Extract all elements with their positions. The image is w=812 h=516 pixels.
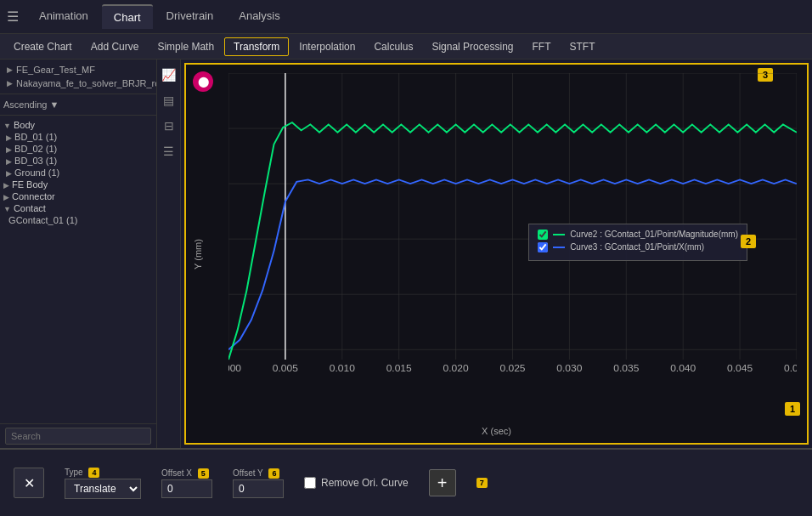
top-bar: ☰ Animation Chart Drivetrain Analysis bbox=[0, 0, 812, 34]
toolbar-add-curve[interactable]: Add Curve bbox=[82, 38, 148, 55]
legend-row-2: Curve3 : GContact_01/Point/X(mm) bbox=[538, 242, 738, 252]
remove-curve-group: Remove Ori. Curve bbox=[304, 477, 409, 489]
tree-bd02[interactable]: ▶BD_02 (1) bbox=[3, 143, 153, 155]
tab-chart[interactable]: Chart bbox=[102, 4, 153, 29]
filter-icon[interactable]: ⊟ bbox=[162, 117, 176, 134]
svg-text:0.015: 0.015 bbox=[386, 364, 412, 373]
legend-checkbox-2[interactable] bbox=[538, 242, 548, 252]
offset-x-input[interactable] bbox=[161, 479, 212, 498]
chart-icon[interactable]: 📈 bbox=[160, 66, 178, 83]
toolbar: Create Chart Add Curve Simple Math Trans… bbox=[0, 34, 812, 60]
tab-drivetrain[interactable]: Drivetrain bbox=[155, 4, 226, 29]
offset-y-label: Offset Y 6 bbox=[233, 468, 284, 478]
tab-analysis[interactable]: Analysis bbox=[227, 4, 291, 29]
chart-container: ⬤ 3 Y (mm) bbox=[184, 63, 809, 445]
hamburger-icon[interactable]: ☰ bbox=[7, 9, 19, 25]
tree-febody[interactable]: ▶FE Body bbox=[3, 179, 153, 190]
type-select[interactable]: Translate bbox=[65, 479, 141, 499]
svg-text:0.025: 0.025 bbox=[499, 364, 525, 373]
save-chart-button[interactable]: ⬤ bbox=[193, 71, 213, 92]
search-input[interactable] bbox=[5, 428, 151, 445]
badge-7: 7 bbox=[476, 478, 488, 488]
tree-ground[interactable]: ▶Ground (1) bbox=[3, 167, 153, 179]
tree-area: ▼Body ▶BD_01 (1) ▶BD_02 (1) ▶BD_03 (1) ▶… bbox=[0, 116, 156, 423]
main-area: ▶ FE_Gear_Test_MF ▶ Nakayama_fe_to_solve… bbox=[0, 60, 812, 448]
badge-1: 1 bbox=[785, 402, 800, 416]
svg-text:0.030: 0.030 bbox=[556, 364, 582, 373]
svg-text:0.040: 0.040 bbox=[670, 364, 696, 373]
remove-ori-checkbox[interactable] bbox=[304, 477, 316, 489]
toolbar-transform[interactable]: Transform bbox=[224, 37, 289, 56]
add-button[interactable]: + bbox=[429, 469, 456, 496]
svg-text:0.000: 0.000 bbox=[228, 364, 241, 373]
tree-contact[interactable]: ▼Contact bbox=[3, 202, 153, 214]
tree-bd03[interactable]: ▶BD_03 (1) bbox=[3, 155, 153, 167]
offset-y-field-group: Offset Y 6 bbox=[233, 468, 284, 498]
offset-x-label: Offset X 5 bbox=[161, 468, 212, 478]
legend-color-1 bbox=[553, 234, 565, 235]
badge-5: 5 bbox=[198, 468, 209, 479]
table-icon[interactable]: ▤ bbox=[161, 92, 176, 109]
badge-6: 6 bbox=[268, 468, 279, 479]
bottom-panel: 8 ✕ Type 4 Translate Offset X 5 Offset Y… bbox=[0, 448, 812, 516]
offset-x-field-group: Offset X 5 bbox=[161, 468, 212, 498]
badge-4: 4 bbox=[88, 468, 99, 478]
tree-bd01[interactable]: ▶BD_01 (1) bbox=[3, 131, 153, 143]
sidebar: ▶ FE_Gear_Test_MF ▶ Nakayama_fe_to_solve… bbox=[0, 60, 157, 448]
sidebar-controls: Ascending ▼ bbox=[0, 94, 156, 116]
tree-connector[interactable]: ▶Connector bbox=[3, 190, 153, 202]
badge-2: 2 bbox=[741, 235, 756, 248]
toolbar-stft[interactable]: STFT bbox=[561, 38, 603, 55]
sidebar-icon-col: 📈 ▤ ⊟ ☰ bbox=[157, 60, 181, 448]
toolbar-signal-processing[interactable]: Signal Processing bbox=[423, 38, 522, 55]
sidebar-files: ▶ FE_Gear_Test_MF ▶ Nakayama_fe_to_solve… bbox=[0, 60, 156, 94]
type-field-group: Type 4 Translate bbox=[65, 468, 141, 499]
toolbar-simple-math[interactable]: Simple Math bbox=[149, 38, 223, 55]
toolbar-calculus[interactable]: Calculus bbox=[365, 38, 421, 55]
svg-text:0.020: 0.020 bbox=[443, 364, 469, 373]
legend-label-1: Curve2 : GContact_01/Point/Magnitude(mm) bbox=[570, 230, 738, 239]
svg-text:0.010: 0.010 bbox=[330, 364, 355, 373]
tree-body[interactable]: ▼Body bbox=[3, 119, 153, 131]
close-button[interactable]: ✕ bbox=[14, 468, 44, 498]
sidebar-file-1[interactable]: ▶ FE_Gear_Test_MF bbox=[5, 63, 151, 77]
svg-text:0.045: 0.045 bbox=[727, 364, 753, 373]
chart-legend: Curve2 : GContact_01/Point/Magnitude(mm)… bbox=[528, 224, 747, 261]
list-icon[interactable]: ☰ bbox=[161, 143, 176, 160]
top-tabs: Animation Chart Drivetrain Analysis bbox=[27, 4, 292, 29]
svg-text:0.005: 0.005 bbox=[273, 364, 298, 373]
toolbar-interpolation[interactable]: Interpolation bbox=[290, 38, 364, 55]
x-axis-label: X (sec) bbox=[482, 426, 511, 436]
y-axis-label: Y (mm) bbox=[193, 239, 203, 269]
legend-label-2: Curve3 : GContact_01/Point/X(mm) bbox=[570, 242, 704, 252]
toolbar-fft[interactable]: FFT bbox=[523, 38, 559, 55]
toolbar-create-chart[interactable]: Create Chart bbox=[5, 38, 81, 55]
tab-animation[interactable]: Animation bbox=[27, 4, 100, 29]
offset-y-input[interactable] bbox=[233, 479, 284, 498]
search-box bbox=[0, 423, 156, 448]
sidebar-file-2[interactable]: ▶ Nakayama_fe_to_solver_BRJR_rotation_1 bbox=[5, 77, 151, 90]
type-label: Type 4 bbox=[65, 468, 141, 477]
legend-checkbox-1[interactable] bbox=[538, 230, 548, 240]
svg-text:0.050: 0.050 bbox=[784, 364, 797, 373]
sort-dropdown[interactable]: Ascending ▼ bbox=[3, 99, 153, 110]
tree-gcontact01[interactable]: GContact_01 (1) bbox=[3, 214, 153, 226]
svg-text:0.035: 0.035 bbox=[613, 364, 639, 373]
remove-ori-label: Remove Ori. Curve bbox=[321, 477, 409, 489]
legend-row-1: Curve2 : GContact_01/Point/Magnitude(mm) bbox=[538, 230, 738, 240]
legend-color-2 bbox=[553, 247, 565, 248]
